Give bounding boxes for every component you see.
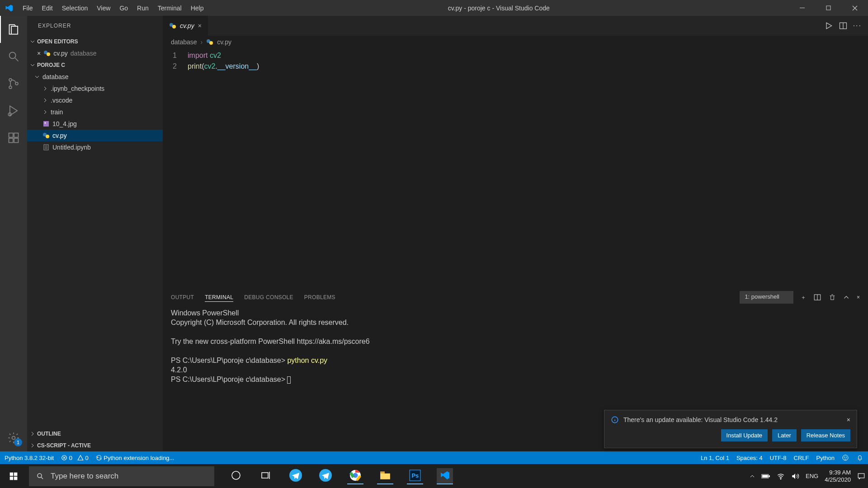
task-view-icon[interactable] xyxy=(258,468,274,484)
activity-search[interactable] xyxy=(0,43,27,70)
tree-folder-vscode[interactable]: .vscode xyxy=(27,94,163,106)
later-button[interactable]: Later xyxy=(772,429,797,441)
project-label: POROJE C xyxy=(37,62,65,68)
cortana-icon[interactable] xyxy=(228,468,244,484)
code-editor[interactable]: 12 import cv2 print(cv2.__version__) xyxy=(163,48,868,289)
panel-tab-terminal[interactable]: TERMINAL xyxy=(205,293,233,302)
svg-rect-33 xyxy=(14,476,18,480)
python-file-icon xyxy=(43,50,51,57)
activity-source-control[interactable] xyxy=(0,70,27,97)
status-spaces[interactable]: Spaces: 4 xyxy=(736,455,763,461)
panel-tab-debug[interactable]: DEBUG CONSOLE xyxy=(244,293,293,301)
status-errors[interactable]: 0 0 xyxy=(61,455,89,461)
activity-extensions[interactable] xyxy=(0,124,27,151)
maximize-button[interactable] xyxy=(816,0,842,16)
activity-settings[interactable]: 1 xyxy=(0,424,27,451)
taskbar-clock[interactable]: 9:39 AM 4/25/2020 xyxy=(825,469,851,483)
split-editor-icon[interactable] xyxy=(839,21,848,30)
tree-file-image[interactable]: 10_4.jpg xyxy=(27,118,163,130)
svg-rect-32 xyxy=(10,476,14,480)
menu-go[interactable]: Go xyxy=(115,0,132,16)
close-file-icon[interactable]: × xyxy=(37,50,41,57)
tree-item-label: .vscode xyxy=(51,97,72,104)
telegram-icon[interactable] xyxy=(288,468,304,484)
menu-view[interactable]: View xyxy=(92,0,115,16)
battery-icon[interactable] xyxy=(761,473,770,479)
line-gutter: 12 xyxy=(163,50,188,289)
action-center-icon[interactable] xyxy=(857,472,865,480)
menu-help[interactable]: Help xyxy=(186,0,208,16)
telegram-icon-2[interactable] xyxy=(317,468,334,484)
tree-folder-train[interactable]: train xyxy=(27,106,163,118)
tree-file-notebook[interactable]: Untitled.ipynb xyxy=(27,141,163,153)
svg-rect-10 xyxy=(14,138,18,142)
terminal-select[interactable]: 1: powershell xyxy=(740,291,793,304)
panel-tab-problems[interactable]: PROBLEMS xyxy=(304,293,335,301)
tree-folder-database[interactable]: database xyxy=(27,71,163,83)
outline-header[interactable]: OUTLINE xyxy=(27,428,163,440)
open-editors-label: OPEN EDITORS xyxy=(37,38,78,45)
split-terminal-icon[interactable] xyxy=(813,293,821,301)
code-content[interactable]: import cv2 print(cv2.__version__) xyxy=(188,50,259,289)
breadcrumb-file[interactable]: cv.py xyxy=(217,38,231,46)
open-editor-filename: cv.py xyxy=(53,50,68,57)
editor-actions: ··· xyxy=(824,16,868,36)
status-eol[interactable]: CRLF xyxy=(794,455,809,461)
photoshop-icon[interactable]: Ps xyxy=(407,468,423,484)
run-icon[interactable] xyxy=(824,21,833,30)
status-python-version[interactable]: Python 3.8.2 32-bit xyxy=(5,455,54,461)
tree-folder-checkpoints[interactable]: .ipynb_checkpoints xyxy=(27,83,163,94)
search-icon xyxy=(36,472,44,480)
menu-edit[interactable]: Edit xyxy=(38,0,57,16)
breadcrumb-folder[interactable]: database xyxy=(171,38,197,46)
tab-label: cv.py xyxy=(180,22,194,29)
close-panel-icon[interactable]: × xyxy=(857,294,860,300)
new-terminal-icon[interactable]: ＋ xyxy=(801,294,806,301)
notification-close-icon[interactable]: × xyxy=(847,416,850,423)
menu-selection[interactable]: Selection xyxy=(57,0,93,16)
chrome-icon[interactable] xyxy=(347,468,363,484)
file-tree: database .ipynb_checkpoints .vscode trai… xyxy=(27,71,163,428)
menu-bar: File Edit Selection View Go Run Terminal… xyxy=(18,0,208,16)
notification-text: There's an update available: Visual Stud… xyxy=(623,416,778,423)
tray-chevron-up-icon[interactable] xyxy=(750,474,755,479)
csscript-header[interactable]: CS-SCRIPT - ACTIVE xyxy=(27,440,163,451)
release-notes-button[interactable]: Release Notes xyxy=(801,429,850,441)
taskbar-search[interactable]: Type here to search xyxy=(29,466,214,486)
menu-file[interactable]: File xyxy=(18,0,38,16)
wifi-icon[interactable] xyxy=(777,472,785,480)
status-encoding[interactable]: UTF-8 xyxy=(770,455,787,461)
menu-terminal[interactable]: Terminal xyxy=(153,0,186,16)
status-bell-icon[interactable] xyxy=(856,454,863,461)
status-language[interactable]: Python xyxy=(816,455,835,461)
status-lncol[interactable]: Ln 1, Col 1 xyxy=(701,455,729,461)
activity-run-debug[interactable] xyxy=(0,97,27,124)
window-title: cv.py - poroje c - Visual Studio Code xyxy=(208,5,789,12)
minimize-button[interactable] xyxy=(789,0,816,16)
editor-tabs: cv.py × ··· xyxy=(163,16,868,36)
breadcrumb[interactable]: database › cv.py xyxy=(163,36,868,48)
open-editors-header[interactable]: OPEN EDITORS xyxy=(27,36,163,47)
open-editor-dirname: database xyxy=(71,50,97,57)
tab-close-icon[interactable]: × xyxy=(198,22,202,29)
open-editor-item[interactable]: × cv.py database xyxy=(27,47,163,59)
kill-terminal-icon[interactable] xyxy=(829,294,836,301)
activity-explorer[interactable] xyxy=(0,16,27,43)
more-icon[interactable]: ··· xyxy=(853,22,862,30)
status-feedback-icon[interactable] xyxy=(842,454,849,461)
project-header[interactable]: POROJE C xyxy=(27,59,163,71)
tree-file-cvpy[interactable]: cv.py xyxy=(27,130,163,141)
close-button[interactable] xyxy=(842,0,868,16)
language-indicator[interactable]: ENG xyxy=(806,473,818,479)
panel-tab-output[interactable]: OUTPUT xyxy=(171,293,194,301)
install-update-button[interactable]: Install Update xyxy=(721,429,768,441)
file-explorer-icon[interactable] xyxy=(377,468,393,484)
maximize-panel-icon[interactable] xyxy=(843,294,849,300)
svg-rect-49 xyxy=(858,474,864,478)
menu-run[interactable]: Run xyxy=(132,0,153,16)
start-button[interactable] xyxy=(0,464,27,488)
editor-tab-cvpy[interactable]: cv.py × xyxy=(163,16,208,36)
svg-rect-30 xyxy=(10,472,14,476)
volume-icon[interactable] xyxy=(791,472,799,480)
vscode-taskbar-icon[interactable] xyxy=(437,468,453,484)
